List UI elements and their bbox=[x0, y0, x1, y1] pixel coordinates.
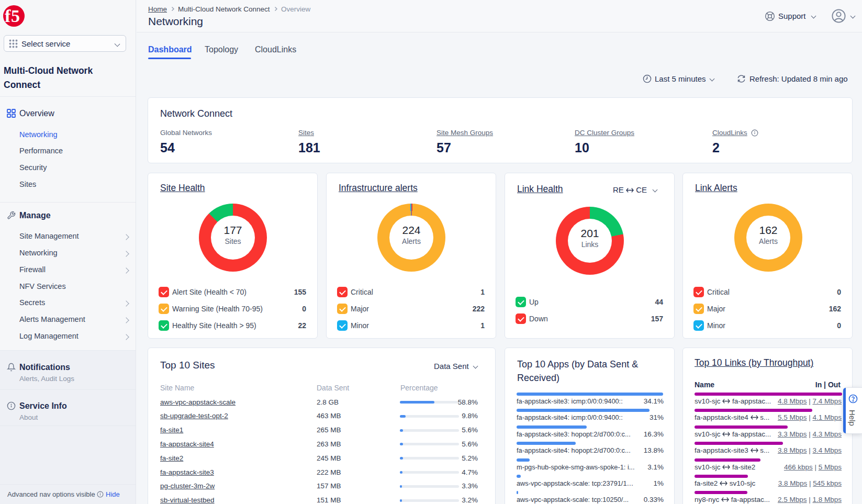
svg-text:5: 5 bbox=[11, 6, 20, 26]
svg-text:f: f bbox=[5, 6, 11, 26]
